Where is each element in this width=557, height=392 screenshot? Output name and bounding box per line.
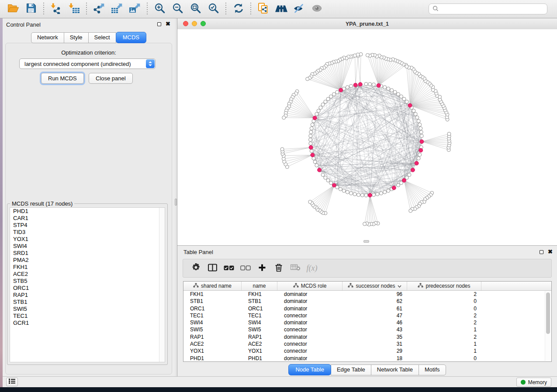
table-cell[interactable]: connector [277, 312, 343, 319]
table-cell[interactable]: FKH1 [242, 291, 277, 298]
table-cell[interactable]: 31 [343, 340, 407, 347]
export-image-button[interactable] [126, 2, 144, 17]
network-node[interactable] [329, 181, 333, 185]
network-node[interactable] [309, 134, 312, 138]
table-row[interactable]: SWI4SWI4dominator462 [183, 319, 551, 326]
table-row[interactable]: FKH1FKH1dominator962 [183, 291, 551, 298]
show-all-button[interactable] [308, 2, 326, 17]
mcds-dominator-node[interactable] [313, 116, 317, 120]
table-cell[interactable]: 2 [407, 312, 481, 319]
tab-select[interactable]: Select [88, 32, 116, 43]
network-view[interactable] [177, 29, 557, 245]
table-cell[interactable]: 1 [407, 347, 481, 354]
network-node[interactable] [393, 90, 397, 94]
table-cell[interactable]: RAP1 [242, 334, 277, 340]
table-row[interactable]: YOX1YOX1connector291 [183, 347, 551, 354]
network-node[interactable] [336, 90, 339, 94]
horizontal-splitter-grip[interactable] [363, 240, 369, 243]
table-cell[interactable]: 96 [343, 291, 407, 298]
table-cell[interactable]: STB1 [183, 298, 242, 305]
table-cell[interactable]: SWI4 [183, 319, 242, 326]
satellite-node[interactable] [282, 116, 286, 120]
close-window-icon[interactable] [183, 21, 188, 26]
table-cell[interactable]: connector [277, 347, 343, 354]
network-node[interactable] [357, 193, 360, 196]
table-cell[interactable]: dominator [277, 355, 343, 362]
satellite-node[interactable] [363, 222, 367, 226]
export-network-button[interactable] [90, 2, 108, 17]
table-cell[interactable]: STB1 [242, 298, 277, 305]
network-node[interactable] [418, 123, 422, 127]
network-node[interactable] [346, 86, 349, 89]
run-mcds-button[interactable]: Run MCDS [41, 73, 84, 84]
network-node[interactable] [339, 187, 342, 191]
mcds-result-item[interactable]: YOX1 [10, 236, 165, 243]
tab-network[interactable]: Network [31, 32, 64, 43]
table-cell[interactable]: 47 [343, 312, 407, 319]
import-network-button[interactable] [47, 2, 65, 17]
splitter-grip[interactable] [175, 199, 177, 206]
mcds-result-item[interactable]: CAR1 [10, 215, 165, 222]
network-node[interactable] [349, 84, 353, 88]
mcds-result-item[interactable]: SWI4 [10, 243, 165, 250]
table-cell[interactable]: 18 [343, 355, 407, 362]
network-node[interactable] [415, 116, 419, 119]
network-node[interactable] [387, 189, 390, 193]
open-button[interactable] [4, 2, 22, 17]
save-button[interactable] [22, 2, 40, 17]
network-node[interactable] [412, 109, 415, 113]
network-node[interactable] [324, 100, 327, 103]
satellite-node[interactable] [366, 53, 369, 57]
network-node[interactable] [321, 173, 325, 177]
export-table-button[interactable] [108, 2, 126, 17]
mcds-dominator-node[interactable] [309, 145, 313, 149]
network-node[interactable] [372, 83, 375, 86]
import-table-button[interactable] [65, 2, 83, 17]
network-node[interactable] [417, 157, 420, 160]
close-panel-icon[interactable]: ✖ [166, 22, 170, 26]
mcds-result-item[interactable]: SWI5 [10, 306, 165, 313]
network-node[interactable] [346, 190, 349, 194]
tab-node-table[interactable]: Node Table [288, 364, 331, 375]
satellite-node[interactable] [308, 200, 312, 203]
table-cell[interactable]: 2 [407, 334, 481, 340]
mcds-result-item[interactable]: RAP1 [10, 292, 165, 299]
optimization-dropdown[interactable]: largest connected component (undirected) [19, 58, 156, 69]
network-node[interactable] [319, 106, 322, 110]
mcds-result-item[interactable]: TID3 [10, 229, 165, 236]
table-cell[interactable]: 0 [407, 305, 481, 312]
table-cell[interactable]: dominator [277, 291, 343, 298]
table-cell[interactable]: 35 [343, 334, 407, 340]
network-node[interactable] [418, 153, 422, 156]
network-node[interactable] [397, 183, 400, 187]
table-cell[interactable]: YOX1 [183, 347, 242, 354]
table-row[interactable]: STB1STB1dominator620 [183, 298, 551, 305]
network-node[interactable] [383, 190, 387, 194]
network-node[interactable] [310, 149, 313, 153]
network-node[interactable] [390, 89, 394, 92]
network-node[interactable] [383, 86, 387, 89]
zoom-fit-button[interactable] [187, 2, 204, 17]
table-scrollbar[interactable] [545, 291, 551, 361]
table-cell[interactable]: 61 [343, 305, 407, 312]
tab-network-table[interactable]: Network Table [371, 364, 419, 375]
table-cell[interactable]: ACE2 [183, 340, 242, 347]
satellite-node[interactable] [405, 65, 408, 68]
table-row[interactable]: RAP1RAP1dominator352 [183, 334, 551, 340]
search-network-button[interactable] [272, 2, 290, 17]
column-header-predecessor-nodes[interactable]: predecessor nodes [407, 282, 481, 290]
search-input[interactable] [441, 5, 543, 13]
mcds-dominator-node[interactable] [392, 186, 396, 190]
mcds-dominator-node[interactable] [420, 140, 424, 144]
network-node[interactable] [309, 131, 313, 134]
table-cell[interactable]: PHD1 [242, 355, 277, 362]
mcds-dominator-node[interactable] [339, 88, 343, 92]
network-node[interactable] [321, 103, 325, 107]
column-header-name[interactable]: name [242, 282, 277, 290]
mcds-result-item[interactable]: PMA2 [10, 257, 165, 264]
network-node[interactable] [311, 123, 314, 127]
table-scrollbar-thumb[interactable] [546, 292, 550, 334]
table-cell[interactable]: dominator [277, 334, 343, 340]
mcds-dominator-node[interactable] [368, 193, 372, 197]
add-button[interactable] [254, 261, 270, 275]
